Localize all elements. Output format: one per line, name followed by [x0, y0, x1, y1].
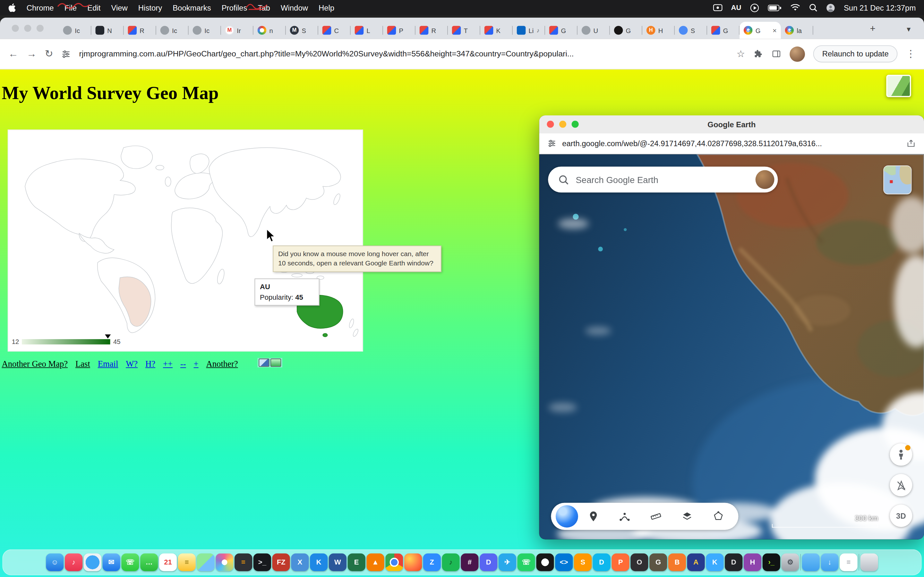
menu-item[interactable]: File	[65, 3, 77, 12]
window-controls[interactable]	[12, 25, 44, 32]
dock-app[interactable]	[859, 554, 859, 570]
page-link[interactable]: Another Geo Map?	[2, 359, 68, 369]
earth-address-bar[interactable]: earth.google.com/web/@-24.91714697,44.02…	[562, 139, 900, 148]
dock-app[interactable]: E	[348, 554, 365, 571]
share-icon[interactable]	[906, 139, 916, 148]
page-link[interactable]: Last	[75, 359, 90, 369]
dock-app[interactable]: ▲	[367, 554, 384, 571]
dock-app[interactable]	[385, 554, 403, 571]
profile-avatar[interactable]	[790, 46, 805, 61]
dock-app[interactable]: H	[744, 554, 761, 571]
browser-tab[interactable]: Ic ×	[59, 22, 91, 39]
browser-tab[interactable]: n ×	[254, 22, 286, 39]
dock-app[interactable]: D	[480, 554, 497, 571]
browser-tab[interactable]: U ×	[577, 22, 610, 39]
dock-app[interactable]: ≡	[840, 554, 857, 571]
menubar-extra-icon[interactable]	[713, 4, 722, 11]
earth-globe-button[interactable]	[556, 505, 578, 528]
dock-app[interactable]: X	[291, 554, 309, 571]
measure-ruler-button[interactable]	[640, 510, 672, 522]
menu-item[interactable]: Chrome	[27, 3, 54, 12]
tab-search-button[interactable]: ▾	[901, 22, 916, 36]
placemark-pin-button[interactable]	[578, 510, 609, 522]
dock-app[interactable]	[861, 554, 878, 571]
menu-item[interactable]: Profiles	[222, 3, 247, 12]
dock-app[interactable]: K	[706, 554, 724, 571]
back-button[interactable]: ←	[8, 48, 18, 60]
browser-tab[interactable]: G ×	[610, 22, 642, 39]
dock-app[interactable]	[404, 554, 422, 571]
browser-tab[interactable]: R ×	[124, 22, 156, 39]
3d-toggle-button[interactable]: 3D	[890, 504, 912, 527]
dock-app[interactable]: ♪	[65, 554, 82, 571]
dock-app[interactable]	[216, 554, 233, 571]
dock-app[interactable]: W	[329, 554, 347, 571]
browser-tab[interactable]: G ×	[545, 22, 577, 39]
pegman-button[interactable]	[890, 443, 912, 466]
browser-tab[interactable]: G la ×	[781, 22, 813, 39]
dock-app[interactable]: <>	[555, 554, 573, 571]
dock-app[interactable]: ☺	[46, 554, 63, 571]
side-panel-icon[interactable]	[772, 49, 782, 59]
polygon-tool-button[interactable]	[703, 510, 734, 522]
extensions-icon[interactable]	[753, 49, 763, 59]
page-link[interactable]: Email	[98, 359, 118, 369]
dock-app[interactable]: ✉	[103, 554, 120, 571]
dock-app[interactable]: ≡	[178, 554, 196, 571]
wifi-icon[interactable]	[790, 4, 800, 11]
dock-app[interactable]: >_	[254, 554, 271, 571]
menu-item[interactable]: Help	[318, 3, 334, 12]
dock-app[interactable]: D	[725, 554, 742, 571]
dock-app[interactable]	[800, 554, 801, 570]
browser-tab[interactable]: R ×	[415, 22, 448, 39]
dock-app[interactable]: ✈	[499, 554, 516, 571]
minimize-button[interactable]	[24, 25, 31, 32]
dock-app[interactable]: K	[310, 554, 328, 571]
menu-kebab-icon[interactable]: ⋮	[906, 48, 916, 60]
browser-tab[interactable]: Li ♪ ×	[513, 22, 545, 39]
dock-app[interactable]: ☏	[121, 554, 139, 571]
account-avatar[interactable]	[756, 170, 774, 189]
geo-chart[interactable]: 12 45	[8, 129, 363, 351]
earth-map[interactable]: Search Google Earth	[540, 154, 924, 539]
dock-app[interactable]: #	[461, 554, 478, 571]
dock-app[interactable]: ⚙	[782, 554, 799, 571]
menu-item[interactable]: Tab	[258, 3, 270, 12]
browser-tab[interactable]: L ×	[351, 22, 383, 39]
dock-app[interactable]: =	[234, 554, 252, 571]
dock-app[interactable]: FZ	[272, 554, 290, 571]
dock-app[interactable]: ☏	[517, 554, 535, 571]
browser-tab[interactable]: N ×	[91, 22, 124, 39]
apple-logo-icon[interactable]	[8, 3, 16, 12]
dock-app[interactable]: …	[140, 554, 158, 571]
dock-app[interactable]	[536, 554, 554, 571]
bookmark-star-icon[interactable]: ☆	[737, 48, 745, 60]
browser-tab[interactable]: K ×	[480, 22, 513, 39]
spotlight-search-icon[interactable]	[809, 3, 817, 12]
browser-tab[interactable]: T ×	[448, 22, 480, 39]
input-source-indicator[interactable]: AU	[731, 3, 741, 12]
browser-tab[interactable]: G G ×	[740, 22, 781, 39]
dock-app[interactable]: ›_	[762, 554, 780, 571]
menubar-clock[interactable]: Sun 21 Dec 12:37pm	[844, 3, 916, 12]
link-trailing-icons[interactable]	[258, 358, 282, 367]
close-button[interactable]	[12, 25, 19, 32]
dock-app[interactable]: 21	[159, 554, 177, 571]
screenshot-thumbnail[interactable]	[886, 75, 911, 97]
layers-button[interactable]	[672, 510, 703, 522]
dock-app[interactable]	[802, 554, 820, 571]
user-switcher-icon[interactable]	[826, 3, 835, 12]
battery-icon[interactable]	[768, 5, 781, 11]
browser-tab[interactable]: Ic ×	[189, 22, 221, 39]
browser-tab[interactable]: C ×	[318, 22, 351, 39]
location-off-button[interactable]	[890, 474, 912, 496]
menu-item[interactable]: History	[138, 3, 162, 12]
page-link[interactable]: --	[180, 359, 186, 369]
earth-titlebar[interactable]: Google Earth	[540, 115, 924, 133]
browser-tab[interactable]: S ×	[675, 22, 707, 39]
dock-app[interactable]: G	[649, 554, 667, 571]
forward-button[interactable]: →	[27, 48, 37, 60]
menu-item[interactable]: Bookmarks	[173, 3, 211, 12]
browser-tab[interactable]: G ×	[707, 22, 740, 39]
dock-app[interactable]: Z	[423, 554, 441, 571]
